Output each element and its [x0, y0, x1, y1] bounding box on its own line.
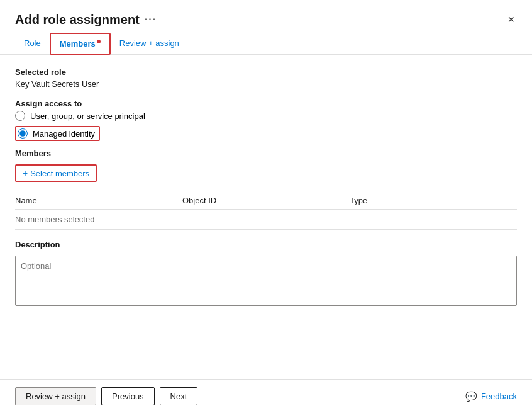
dialog-title-dots: ··· — [145, 14, 157, 25]
tab-bar: Role Members Review + assign — [0, 33, 532, 55]
table-empty-row: No members selected — [15, 210, 517, 230]
description-label: Description — [15, 240, 517, 249]
members-dot-indicator — [97, 40, 101, 43]
dialog-title-text: Add role assignment — [15, 13, 140, 27]
col-type: Type — [350, 196, 517, 205]
radio-user-group: User, group, or service principal — [15, 111, 517, 121]
previous-button[interactable]: Previous — [101, 387, 155, 405]
tab-members[interactable]: Members — [50, 33, 111, 55]
empty-message: No members selected — [15, 215, 182, 224]
selected-role-label: Selected role — [15, 67, 517, 77]
radio-managed-identity: Managed identity — [15, 126, 517, 141]
tab-review-assign[interactable]: Review + assign — [111, 33, 188, 55]
feedback-label: Feedback — [481, 392, 517, 401]
description-textarea[interactable] — [15, 256, 517, 306]
review-assign-button[interactable]: Review + assign — [15, 387, 96, 405]
assign-access-label: Assign access to — [15, 99, 517, 108]
members-section: Members + Select members Name Object ID … — [15, 149, 517, 230]
next-button[interactable]: Next — [160, 387, 198, 405]
form-content: Selected role Key Vault Secrets User Ass… — [0, 55, 532, 379]
selected-role-value: Key Vault Secrets User — [15, 79, 517, 89]
radio-managed-identity-label[interactable]: Managed identity — [33, 129, 95, 139]
managed-identity-box: Managed identity — [15, 126, 100, 141]
add-role-assignment-dialog: Add role assignment ··· × Role Members R… — [0, 0, 532, 413]
description-section: Description — [15, 240, 517, 308]
radio-user-group-input[interactable] — [15, 111, 25, 121]
col-object-id: Object ID — [182, 196, 350, 205]
tab-role[interactable]: Role — [15, 33, 50, 55]
dialog-header: Add role assignment ··· × — [0, 0, 532, 33]
col-name: Name — [15, 196, 182, 205]
select-members-button[interactable]: + Select members — [15, 164, 97, 182]
members-label: Members — [15, 149, 517, 158]
assign-access-radio-group: User, group, or service principal Manage… — [15, 111, 517, 141]
feedback-button[interactable]: 💬 Feedback — [465, 391, 517, 402]
radio-user-group-label[interactable]: User, group, or service principal — [30, 111, 145, 121]
select-members-label: Select members — [30, 169, 89, 178]
table-header: Name Object ID Type — [15, 192, 517, 210]
dialog-footer: Review + assign Previous Next 💬 Feedback — [0, 379, 532, 413]
radio-managed-identity-input[interactable] — [18, 128, 28, 139]
dialog-title: Add role assignment ··· — [15, 13, 157, 27]
feedback-icon: 💬 — [465, 391, 477, 402]
close-button[interactable]: × — [505, 11, 517, 28]
plus-icon: + — [23, 168, 28, 178]
